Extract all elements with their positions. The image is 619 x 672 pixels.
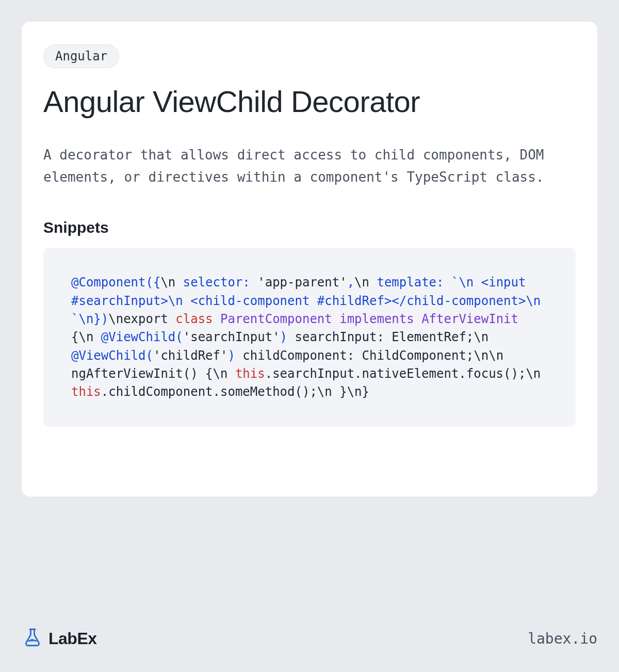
brand-logo: LabEx <box>22 627 97 650</box>
flask-icon <box>22 627 43 650</box>
page-title: Angular ViewChild Decorator <box>43 85 576 119</box>
footer: LabEx labex.io <box>22 627 597 650</box>
description: A decorator that allows direct access to… <box>43 144 576 188</box>
site-url: labex.io <box>528 630 597 647</box>
code-snippet: @Component({\n selector: 'app-parent',\n… <box>43 248 576 427</box>
brand-name: LabEx <box>48 629 97 648</box>
document-card: Angular Angular ViewChild Decorator A de… <box>22 22 597 497</box>
category-tag: Angular <box>43 44 119 68</box>
snippets-heading: Snippets <box>43 219 576 236</box>
